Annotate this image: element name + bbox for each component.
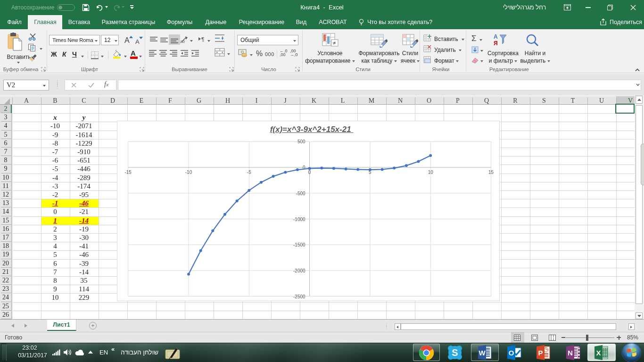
svg-text:ab: ab [180, 39, 185, 43]
svg-text:-2500: -2500 [293, 294, 305, 299]
svg-text:≠: ≠ [333, 40, 336, 46]
svg-text:15: 15 [488, 170, 494, 175]
svg-text:Я: Я [494, 40, 498, 47]
svg-text:-500: -500 [296, 191, 305, 196]
svg-text:N: N [568, 349, 573, 357]
svg-text:10: 10 [428, 170, 434, 175]
svg-text:-10: -10 [185, 170, 192, 175]
svg-text:P: P [538, 349, 543, 357]
svg-text:-1000: -1000 [293, 217, 305, 222]
svg-text:-2000: -2000 [293, 268, 305, 273]
svg-text:-15: -15 [124, 170, 132, 175]
svg-text:0: 0 [303, 165, 305, 170]
svg-text:5: 5 [369, 170, 372, 175]
svg-text:X: X [596, 349, 601, 357]
svg-text:W: W [479, 349, 486, 357]
svg-text:-1500: -1500 [293, 242, 305, 247]
svg-text:500: 500 [297, 139, 305, 144]
svg-text:0: 0 [308, 170, 311, 175]
svg-text:S: S [452, 347, 458, 358]
svg-text:¶: ¶ [201, 36, 204, 42]
svg-text:А: А [494, 33, 498, 40]
svg-text:-5: -5 [247, 170, 251, 175]
svg-text:O: O [509, 349, 514, 357]
